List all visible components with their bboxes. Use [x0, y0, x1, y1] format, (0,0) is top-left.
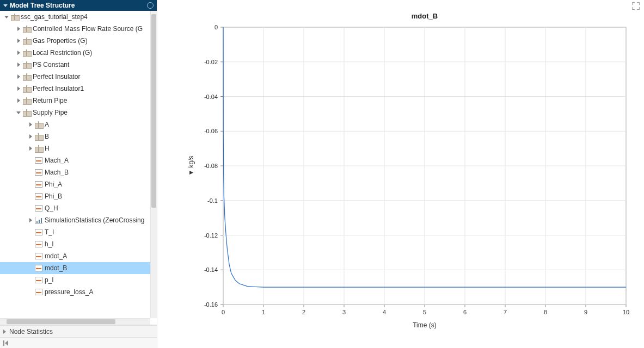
twisty-icon[interactable] — [15, 26, 22, 32]
x-tick-label: 6 — [463, 309, 467, 315]
package-icon — [23, 97, 30, 104]
bar-chart-icon — [35, 217, 42, 223]
gear-icon[interactable] — [147, 2, 154, 9]
tree-node[interactable]: Phi_A — [0, 178, 150, 190]
y-tick-label: -0.06 — [204, 128, 218, 134]
x-tick-label: 5 — [423, 309, 426, 315]
tree-node[interactable]: Controlled Mass Flow Rate Source (G — [0, 23, 150, 35]
package-icon — [35, 121, 42, 128]
sidebar: Model Tree Structure ssc_gas_tutorial_st… — [0, 0, 157, 348]
signal-icon — [35, 277, 42, 283]
scrollbar-thumb[interactable] — [151, 14, 156, 208]
tree-node-label: Phi_B — [45, 192, 62, 200]
x-axis-label: Time (s) — [413, 321, 437, 329]
tree-node[interactable]: Return Pipe — [0, 95, 150, 107]
tree-node[interactable]: Perfect Insulator — [0, 71, 150, 83]
signal-icon — [35, 229, 42, 235]
twisty-icon[interactable] — [15, 85, 22, 92]
signal-icon — [35, 253, 42, 259]
node-statistics-panel-header[interactable]: Node Statistics — [0, 325, 157, 337]
x-tick-label: 3 — [342, 309, 346, 315]
tree-node-label: Controlled Mass Flow Rate Source (G — [33, 25, 143, 33]
scrollbar-thumb[interactable] — [7, 319, 115, 324]
y-tick-label: -0.1 — [207, 197, 218, 204]
tree-node[interactable]: PS Constant — [0, 59, 150, 71]
tree-node[interactable]: p_I — [0, 274, 150, 286]
tree-node[interactable]: B — [0, 130, 150, 142]
package-icon — [23, 73, 30, 80]
y-tick-label: -0.12 — [204, 232, 218, 239]
x-tick-label: 7 — [504, 309, 507, 315]
package-icon — [23, 38, 30, 44]
tree-node[interactable]: Mach_B — [0, 166, 150, 178]
twisty-icon[interactable] — [15, 61, 22, 68]
package-icon — [23, 49, 30, 56]
tree-node[interactable]: mdot_A — [0, 250, 150, 262]
tree-panel-header[interactable]: Model Tree Structure — [0, 0, 157, 11]
tree-node[interactable]: SimulationStatistics (ZeroCrossing — [0, 214, 150, 226]
y-tick-label: -0.02 — [204, 59, 218, 65]
tree-node[interactable]: Q_H — [0, 202, 150, 214]
tree-node[interactable]: Phi_B — [0, 190, 150, 202]
signal-icon — [35, 241, 42, 247]
tree-node-label: Phi_A — [45, 181, 62, 188]
twisty-icon[interactable] — [15, 109, 22, 116]
tree-node-label: Mach_A — [45, 157, 69, 164]
tree-node-label: mdot_B — [45, 264, 67, 272]
rewind-icon[interactable] — [3, 340, 8, 346]
tree-node-label: Mach_B — [45, 169, 69, 176]
package-icon — [35, 145, 42, 152]
tree-node[interactable]: Gas Properties (G) — [0, 35, 150, 47]
signal-icon — [35, 169, 42, 176]
tree-root[interactable]: ssc_gas_tutorial_step4 — [0, 11, 150, 23]
tree-node[interactable]: mdot_B — [0, 262, 150, 274]
tree-node[interactable]: Perfect Insulator1 — [0, 83, 150, 95]
tree-node[interactable]: H — [0, 142, 150, 154]
twisty-icon[interactable] — [27, 133, 34, 140]
tree-node[interactable]: h_I — [0, 238, 150, 250]
signal-icon — [35, 265, 42, 271]
tree-node[interactable]: Local Restriction (G) — [0, 47, 150, 59]
x-tick-label: 8 — [544, 309, 547, 315]
fullscreen-icon[interactable] — [632, 2, 640, 10]
tree-node-label: A — [45, 121, 49, 128]
expand-arrow-icon — [3, 330, 6, 334]
chart: mdot_B0123456789100-0.02-0.04-0.06-0.08-… — [163, 0, 642, 337]
twisty-icon[interactable] — [15, 38, 22, 44]
tree-node[interactable]: Mach_A — [0, 154, 150, 166]
tree-node-label: Supply Pipe — [33, 109, 68, 116]
tree-node[interactable]: Supply Pipe — [0, 107, 150, 119]
twisty-icon[interactable] — [3, 14, 10, 20]
signal-icon — [35, 193, 42, 200]
y-tick-label: -0.08 — [204, 163, 218, 169]
plot-area: mdot_B0123456789100-0.02-0.04-0.06-0.08-… — [163, 0, 644, 348]
signal-icon — [35, 157, 42, 164]
y-tick-label: 0 — [214, 24, 218, 30]
y-tick-label: -0.04 — [204, 94, 218, 100]
tree-node[interactable]: pressure_loss_A — [0, 286, 150, 298]
twisty-icon[interactable] — [27, 145, 34, 152]
tree-node[interactable]: T_I — [0, 226, 150, 238]
twisty-icon[interactable] — [27, 217, 34, 223]
twisty-icon[interactable] — [15, 97, 22, 104]
package-icon — [23, 26, 30, 32]
signal-icon — [35, 205, 42, 212]
tree-node[interactable]: A — [0, 119, 150, 130]
twisty-icon[interactable] — [15, 73, 22, 80]
twisty-icon[interactable] — [15, 49, 22, 56]
model-tree[interactable]: ssc_gas_tutorial_step4Controlled Mass Fl… — [0, 11, 150, 318]
twisty-icon[interactable] — [27, 121, 34, 128]
bottom-toolbar — [0, 337, 157, 348]
package-icon — [35, 133, 42, 140]
horizontal-scrollbar[interactable] — [0, 318, 150, 325]
tree-node-label: Gas Properties (G) — [33, 37, 88, 45]
tree-node-label: Local Restriction (G) — [33, 49, 92, 57]
package-icon — [23, 109, 30, 116]
tree-header-title: Model Tree Structure — [10, 2, 75, 9]
vertical-scrollbar[interactable] — [150, 11, 157, 318]
tree-node-label: T_I — [45, 228, 54, 236]
tree-node-label: ssc_gas_tutorial_step4 — [21, 13, 88, 21]
x-tick-label: 1 — [262, 309, 265, 315]
signal-icon — [35, 181, 42, 188]
tree-scroll-area: ssc_gas_tutorial_step4Controlled Mass Fl… — [0, 11, 157, 325]
